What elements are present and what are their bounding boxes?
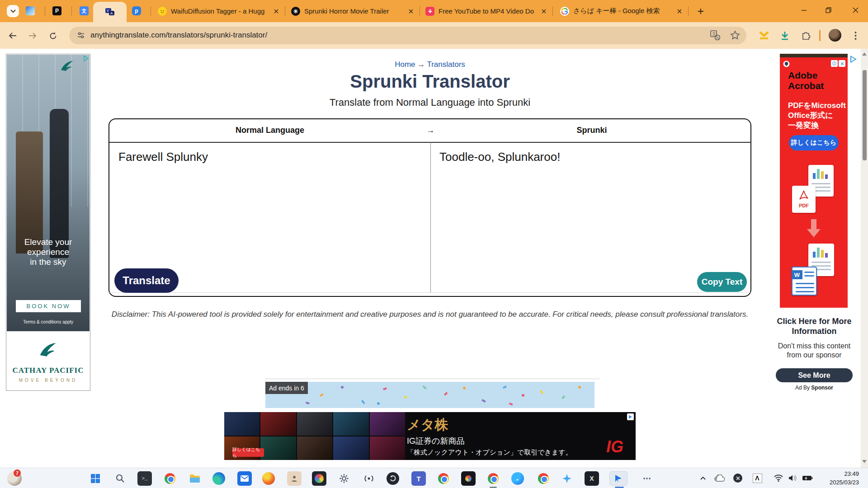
chrome-profile-icon[interactable]	[436, 471, 451, 486]
target-text-area: Toodle-oo, Splunkaroo!	[439, 150, 742, 164]
p-letter: p	[135, 8, 138, 14]
close-tab-icon[interactable]	[272, 7, 280, 15]
ig-securities-ad[interactable]: 詳しくはこちら メタ株 IG証券の新商品 「株式ノックアウト・オプション」で取引…	[224, 412, 636, 460]
tab-sprunki-horror[interactable]: Sprunki Horror Movie Trailer	[287, 0, 420, 22]
scroll-down-arrow[interactable]	[862, 460, 867, 463]
extensions-puzzle-icon[interactable]	[800, 29, 812, 42]
breadcrumb-arrow: →	[417, 60, 425, 69]
tray-expand-button[interactable]	[698, 473, 708, 483]
search-button[interactable]	[113, 471, 127, 486]
forward-button[interactable]	[25, 28, 40, 43]
yellow-downloader-extension-icon[interactable]	[758, 29, 770, 42]
adchoices-triangle-icon[interactable]	[850, 56, 857, 65]
pinned-tab-google-translate[interactable]: 文	[80, 6, 89, 15]
tray-close-app-icon[interactable]	[732, 473, 743, 483]
firefox-icon[interactable]	[262, 472, 275, 485]
tab-free-youtube-mp4[interactable]: Free YouTube to MP4 Video Do	[421, 0, 552, 22]
close-tab-icon[interactable]	[540, 7, 548, 15]
maximize-button[interactable]	[818, 0, 839, 20]
tab-sprunki-translator-active[interactable]: T A	[93, 2, 127, 22]
ig-subline2: 「株式ノックアウト・オプション」で取引できます。	[407, 448, 572, 457]
translator-panel: Normal Language → Sprunki Farewell Splun…	[108, 118, 751, 297]
tab-waifudiffusion[interactable]: WaifuDiffusion Tagger - a Hugg	[152, 0, 285, 22]
adobe-headline-line3: 一発変換	[788, 120, 819, 131]
messenger-icon[interactable]	[511, 472, 524, 485]
adobe-acrobat-ad[interactable]: Adobe Acrobat PDFをMicrosoft Office形式に 一発…	[780, 57, 848, 308]
mail-icon[interactable]	[237, 471, 252, 486]
copy-text-button[interactable]: Copy Text	[697, 272, 747, 292]
scroll-up-arrow[interactable]	[862, 52, 867, 56]
close-tab-icon[interactable]	[407, 7, 415, 15]
profile-avatar[interactable]	[829, 29, 841, 42]
pinned-tab-sonic[interactable]	[26, 6, 35, 15]
pinned-tab-p-black[interactable]: P	[52, 6, 61, 15]
chrome-icon[interactable]	[163, 471, 177, 486]
adobe-headline-line1: PDFをMicrosoft	[788, 100, 846, 111]
chrome-extra-icon[interactable]	[536, 471, 551, 486]
convert-arrow-icon	[806, 218, 821, 238]
sponsor-title[interactable]: Click Here for More Information	[773, 316, 855, 336]
close-window-button[interactable]	[845, 0, 866, 20]
reload-button[interactable]	[46, 28, 60, 43]
tab-google-search[interactable]: さらば キー棒 - Google 検索	[554, 0, 688, 22]
onedrive-icon[interactable]	[714, 473, 725, 483]
tab-separator	[420, 6, 420, 16]
back-button[interactable]	[5, 28, 20, 43]
plus-icon	[698, 8, 704, 14]
browser-tab-strip: P 文 T A p WaifuDiffusion Tagger - a Hugg	[0, 0, 868, 22]
adobe-cta-button[interactable]: 詳しくはこちら	[789, 135, 839, 150]
tray-a-app-icon[interactable]: Λ	[752, 473, 763, 483]
system-clock[interactable]: 23:49 2025/03/23	[814, 469, 859, 487]
video-ad-banner[interactable]: Ad ends in 6	[265, 382, 594, 408]
taskbar-widget-icon[interactable]: 7	[7, 471, 22, 486]
cathay-brushwing-logo	[39, 342, 57, 358]
close-tab-icon[interactable]	[675, 7, 684, 15]
minimize-button[interactable]	[793, 0, 814, 20]
sharex-icon[interactable]	[560, 471, 574, 486]
reload-icon	[49, 32, 57, 40]
photos-icon[interactable]	[312, 471, 326, 486]
ad-close-icon[interactable]	[839, 60, 845, 67]
source-text-area[interactable]: Farewell Splunky	[118, 150, 421, 164]
adchoices-icon[interactable]	[83, 55, 89, 63]
translate-button[interactable]: Translate	[114, 268, 179, 293]
file-explorer-icon[interactable]	[188, 471, 202, 486]
terminal-icon[interactable]: >_	[137, 471, 152, 486]
address-bar[interactable]: anythingtranslate.com/translators/sprunk…	[69, 27, 746, 44]
wifi-icon[interactable]	[773, 473, 784, 483]
new-tab-button[interactable]	[695, 6, 706, 17]
ad-info-icon[interactable]	[831, 60, 838, 67]
browser-menu-kebab-icon[interactable]	[849, 29, 862, 42]
pinned-tab-p-blue[interactable]: p	[132, 6, 141, 15]
scrollbar-thumb[interactable]	[863, 70, 867, 160]
site-settings-icon[interactable]	[76, 31, 85, 42]
breadcrumb-home-link[interactable]: Home	[395, 60, 415, 69]
taskbar-overflow-button[interactable]	[640, 471, 654, 486]
url-text[interactable]: anythingtranslate.com/translators/sprunk…	[90, 31, 267, 40]
download-manager-icon[interactable]	[778, 29, 791, 42]
edge-icon[interactable]	[212, 472, 225, 485]
teams-icon[interactable]: T	[411, 471, 426, 486]
bookmark-star-icon[interactable]	[730, 30, 740, 42]
media-app-icon[interactable]	[461, 471, 476, 486]
adchoices-icon[interactable]	[627, 413, 634, 420]
chrome-running-icon[interactable]	[486, 471, 500, 486]
volume-icon[interactable]	[788, 473, 798, 483]
breadcrumb-translators-link[interactable]: Translators	[427, 60, 465, 69]
confetti-graphic	[265, 382, 594, 408]
start-button[interactable]	[88, 471, 103, 486]
active-app-button[interactable]	[609, 471, 627, 486]
hugging-face-icon	[158, 7, 167, 16]
audio-recorder-icon[interactable]	[362, 471, 376, 486]
ig-cta-button[interactable]: 詳しくはこちら	[232, 448, 264, 457]
xsplit-icon[interactable]: X	[585, 471, 599, 486]
cathay-pacific-ad[interactable]: Elevate your experience in the sky BOOK …	[6, 54, 90, 391]
book-now-button[interactable]: BOOK NOW	[16, 300, 81, 312]
settings-icon[interactable]	[337, 471, 351, 486]
google-translate-icon[interactable]: 文A	[710, 30, 720, 42]
tab-search-button[interactable]	[7, 5, 19, 17]
privacy-shield-icon	[783, 61, 790, 69]
obs-studio-icon[interactable]	[387, 472, 399, 485]
contacts-icon[interactable]	[287, 471, 302, 486]
see-more-button[interactable]: See More	[776, 368, 853, 382]
